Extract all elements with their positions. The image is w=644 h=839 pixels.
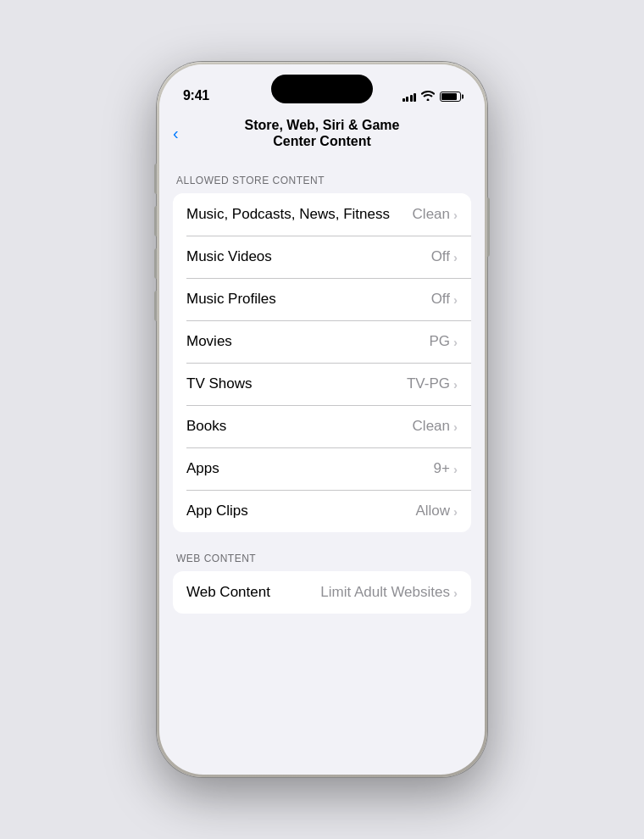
web-content-label: Web Content: [186, 584, 270, 601]
tv-shows-value: TV-PG: [407, 375, 450, 392]
books-chevron-icon: ›: [453, 420, 458, 434]
apps-value: 9+: [434, 460, 450, 477]
music-profiles-right: Off ›: [431, 291, 458, 308]
phone-screen: 9:41: [159, 64, 485, 775]
phone-frame: 9:41: [157, 62, 487, 777]
music-videos-label: Music Videos: [186, 248, 272, 265]
web-content-right: Limit Adult Websites ›: [320, 584, 458, 601]
tv-shows-label: TV Shows: [186, 375, 252, 392]
settings-row-apps[interactable]: Apps 9+ ›: [173, 447, 471, 490]
movies-right: PG ›: [429, 333, 458, 350]
apps-right: 9+ ›: [434, 460, 458, 477]
status-bar: 9:41: [159, 64, 485, 110]
allowed-store-content-group: Music, Podcasts, News, Fitness Clean › M…: [173, 193, 471, 532]
settings-row-movies[interactable]: Movies PG ›: [173, 320, 471, 363]
music-videos-chevron-icon: ›: [453, 250, 458, 264]
music-podcasts-chevron-icon: ›: [453, 208, 458, 222]
settings-row-app-clips[interactable]: App Clips Allow ›: [173, 490, 471, 532]
apps-chevron-icon: ›: [453, 462, 458, 476]
movies-label: Movies: [186, 333, 232, 350]
dynamic-island: [271, 75, 373, 103]
app-clips-label: App Clips: [186, 503, 248, 520]
nav-bar: ‹ Store, Web, Siri & Game Center Content: [159, 110, 485, 158]
web-content-value: Limit Adult Websites: [320, 584, 450, 601]
music-videos-right: Off ›: [431, 248, 458, 265]
tv-shows-chevron-icon: ›: [453, 377, 458, 392]
app-clips-right: Allow ›: [415, 503, 458, 520]
settings-row-tv-shows[interactable]: TV Shows TV-PG ›: [173, 363, 471, 405]
section-label-allowed-store-content: ALLOWED STORE CONTENT: [159, 175, 485, 193]
books-right: Clean ›: [413, 418, 458, 435]
back-button[interactable]: ‹: [173, 125, 179, 142]
settings-row-music-profiles[interactable]: Music Profiles Off ›: [173, 278, 471, 320]
settings-row-music-podcasts[interactable]: Music, Podcasts, News, Fitness Clean ›: [173, 193, 471, 236]
music-podcasts-value: Clean: [413, 206, 450, 223]
battery-icon: [440, 92, 461, 102]
music-profiles-label: Music Profiles: [186, 291, 276, 308]
tv-shows-right: TV-PG ›: [407, 375, 458, 392]
apps-label: Apps: [186, 460, 219, 477]
music-podcasts-right: Clean ›: [413, 206, 458, 223]
settings-row-music-videos[interactable]: Music Videos Off ›: [173, 236, 471, 278]
music-profiles-value: Off: [431, 291, 450, 308]
section-label-web-content: WEB CONTENT: [159, 553, 485, 571]
music-podcasts-label: Music, Podcasts, News, Fitness: [186, 206, 390, 223]
app-clips-chevron-icon: ›: [453, 504, 458, 519]
books-label: Books: [186, 418, 226, 435]
status-icons: [402, 90, 462, 103]
content-area: ALLOWED STORE CONTENT Music, Podcasts, N…: [159, 158, 485, 634]
web-content-group: Web Content Limit Adult Websites ›: [173, 571, 471, 614]
movies-value: PG: [429, 333, 450, 350]
web-content-chevron-icon: ›: [453, 586, 458, 600]
app-clips-value: Allow: [415, 503, 450, 520]
music-videos-value: Off: [431, 248, 450, 265]
page-title: Store, Web, Siri & Game Center Content: [176, 117, 468, 149]
music-profiles-chevron-icon: ›: [453, 292, 458, 307]
settings-row-books[interactable]: Books Clean ›: [173, 405, 471, 447]
wifi-icon: [421, 90, 435, 103]
status-time: 9:41: [183, 88, 209, 103]
movies-chevron-icon: ›: [453, 335, 458, 349]
settings-row-web-content[interactable]: Web Content Limit Adult Websites ›: [173, 571, 471, 614]
battery-fill: [441, 93, 457, 100]
back-chevron-icon: ‹: [173, 125, 179, 142]
books-value: Clean: [413, 418, 450, 435]
signal-bars-icon: [402, 92, 417, 102]
